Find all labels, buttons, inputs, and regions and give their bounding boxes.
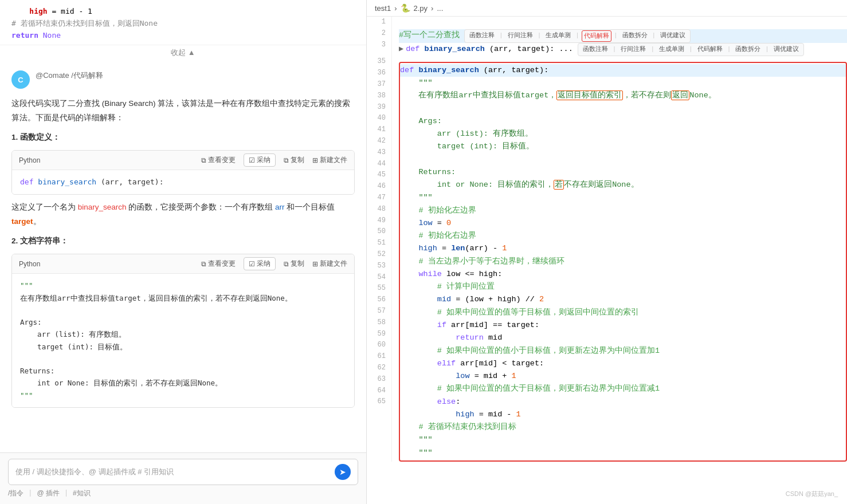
ln-61: 61 <box>370 351 386 363</box>
ln-62: 62 <box>370 363 386 374</box>
collapse-button[interactable]: 收起 ▲ <box>0 45 366 62</box>
code-block-1-body: def binary_search (arr, target): <box>12 170 354 194</box>
tb-gen-test[interactable]: 生成单测 <box>543 30 573 42</box>
adopt-label: 采纳 <box>257 155 270 165</box>
line-numbers: 1 2 3 35 36 37 38 39 40 41 42 43 44 45 4… <box>367 17 392 462</box>
hl-arr: arr <box>275 203 285 211</box>
line3-toolbar: 函数注释 | 行间注释 | 生成单测 | 代码解释 | 函数拆分 | 调优建议 <box>578 43 804 56</box>
hl-target: target <box>11 217 33 226</box>
ds-line-arr: arr (list): 有序数组。 <box>20 328 346 340</box>
right-panel: test1 › 🐍 2.py › ... 1 2 3 35 36 37 38 3… <box>367 0 847 504</box>
tag-command[interactable]: /指令 <box>8 489 23 498</box>
tag-knowledge[interactable]: #知识 <box>73 489 91 498</box>
editor-line-57: # 如果中间位置的值小于目标值，则更新左边界为中间位置加1 <box>400 345 846 357</box>
line3-expand: ▶ <box>399 43 403 56</box>
lang-label-2: Python <box>19 260 40 268</box>
avatar-text: C <box>18 76 23 84</box>
copy-btn-2[interactable]: ⧉ 复制 <box>284 257 304 270</box>
ds-line-blank2 <box>20 353 346 365</box>
ln-59: 59 <box>370 329 386 340</box>
ln-36: 36 <box>370 68 386 79</box>
editor-line-1 <box>399 17 847 29</box>
code-block-actions: ⧉ 查看变更 ☑ 采纳 ⧉ 复制 ⊞ 新建文件 <box>201 153 347 167</box>
ds-line-args: Args: <box>20 316 346 328</box>
ln-57: 57 <box>370 306 386 317</box>
tb3-gen-test[interactable]: 生成单测 <box>657 44 687 54</box>
tb3-line-comment[interactable]: 行间注释 <box>618 44 648 54</box>
python-file-icon: 🐍 <box>401 3 410 13</box>
editor-line-41: target (int): 目标值。 <box>400 140 846 153</box>
view-changes-btn-2[interactable]: ⧉ 查看变更 <box>201 257 236 270</box>
left-panel: high = mid - 1 # 若循环结束仍未找到目标值，则返回None re… <box>0 0 367 504</box>
tb-code-explain[interactable]: 代码解释 <box>582 30 611 42</box>
code-block-1: Python ⧉ 查看变更 ☑ 采纳 ⧉ 复制 ⊞ <box>11 150 355 195</box>
tb-func-comment[interactable]: 函数注释 <box>467 30 497 42</box>
ln-40: 40 <box>370 113 386 124</box>
section2-title: 2. 文档字符串： <box>11 234 355 248</box>
editor-line-37: 在有序数组arr中查找目标值target，返回目标值的索引，若不存在则返回Non… <box>400 89 846 102</box>
ln-2: 2 <box>370 28 386 40</box>
copy-icon-2: ⧉ <box>284 260 289 268</box>
code-lines: #写一个二分查找 函数注释 | 行间注释 | 生成单测 | 代码解释 | 函数拆… <box>392 17 847 462</box>
tb3-func-comment[interactable]: 函数注释 <box>581 44 610 54</box>
new-file-label: 新建文件 <box>320 155 347 165</box>
collapse-label[interactable]: 收起 ▲ <box>171 48 195 58</box>
editor-breadcrumb: test1 › 🐍 2.py › ... <box>367 0 847 17</box>
editor-line-38 <box>400 102 846 115</box>
adopt-btn-2[interactable]: ☑ 采纳 <box>244 257 276 270</box>
code-editor: 1 2 3 35 36 37 38 39 40 41 42 43 44 45 4… <box>367 17 847 462</box>
editor-line-40: arr (list): 有序数组。 <box>400 128 846 140</box>
ln-48: 48 <box>370 204 386 215</box>
ln-65: 65 <box>370 396 386 408</box>
ln-50: 50 <box>370 226 386 238</box>
editor-line-53: mid = (low + high) // 2 <box>400 293 846 306</box>
kw-none: None <box>43 31 61 40</box>
editor-line-62: high = mid - 1 <box>400 408 846 421</box>
editor-line-44: int or None: 目标值的索引，若不存在则返回None。 <box>400 179 846 191</box>
input-placeholder: 使用 / 调起快捷指令、@ 调起插件或 # 引用知识 <box>15 467 335 477</box>
copy-btn[interactable]: ⧉ 复制 <box>284 153 304 167</box>
new-file-btn[interactable]: ⊞ 新建文件 <box>312 153 347 167</box>
view-changes-btn[interactable]: ⧉ 查看变更 <box>201 153 236 167</box>
tb-func-split[interactable]: 函数拆分 <box>620 30 650 42</box>
editor-line-3: ▶ def binary_search (arr, target): ... 函… <box>399 43 847 56</box>
editor-container[interactable]: 1 2 3 35 36 37 38 39 40 41 42 43 44 45 4… <box>367 17 847 504</box>
ln-53: 53 <box>370 261 386 272</box>
code-return: return None <box>11 30 355 42</box>
tag-plugin[interactable]: @ 插件 <box>37 489 60 498</box>
copy-label: 复制 <box>291 155 304 165</box>
editor-line-36: """ <box>400 77 846 89</box>
adopt-label-2: 采纳 <box>257 259 270 269</box>
fn-name-l3: binary_search <box>425 45 485 53</box>
editor-gap <box>399 56 847 62</box>
adopt-icon: ☑ <box>249 156 255 164</box>
lang-label: Python <box>19 156 40 164</box>
editor-line-61: else: <box>400 396 846 408</box>
line2-comment: #写一个二分查找 <box>399 29 460 42</box>
ln-58: 58 <box>370 317 386 329</box>
adopt-btn[interactable]: ☑ 采纳 <box>244 153 276 167</box>
adopt-icon-2: ☑ <box>249 260 255 268</box>
kw-def: def <box>20 178 33 186</box>
tb-optimize[interactable]: 调优建议 <box>658 30 688 42</box>
tb-line-comment[interactable]: 行间注释 <box>505 30 535 42</box>
code-block-2-actions: ⧉ 查看变更 ☑ 采纳 ⧉ 复制 ⊞ 新建文件 <box>201 257 347 270</box>
tb3-func-split[interactable]: 函数拆分 <box>733 44 763 54</box>
watermark: CSDN @菇菇yan_ <box>786 490 838 498</box>
tb3-code-explain[interactable]: 代码解释 <box>695 44 725 54</box>
view-changes-icon: ⧉ <box>201 156 206 164</box>
editor-line-46: # 初始化左边界 <box>400 204 846 217</box>
view-changes-label: 查看变更 <box>208 155 236 165</box>
fn-params: (arr, target): <box>101 178 164 186</box>
section1-title: 1. 函数定义： <box>11 131 355 144</box>
input-row: 使用 / 调起快捷指令、@ 调起插件或 # 引用知识 ➤ <box>8 459 358 485</box>
kw-high: high <box>29 7 47 15</box>
code-block-2-body: """ 在有序数组arr中查找目标值target，返回目标值的索引，若不存在则返… <box>12 274 354 407</box>
ln-54: 54 <box>370 272 386 284</box>
red-border-region: def binary_search (arr, target): """ 在有序… <box>399 62 847 462</box>
tb3-optimize[interactable]: 调优建议 <box>771 44 801 54</box>
new-file-btn-2[interactable]: ⊞ 新建文件 <box>312 257 347 270</box>
send-button[interactable]: ➤ <box>335 464 351 480</box>
ds-line-returns: Returns: <box>20 365 346 377</box>
hl-fn-name: binary_search <box>78 203 127 211</box>
